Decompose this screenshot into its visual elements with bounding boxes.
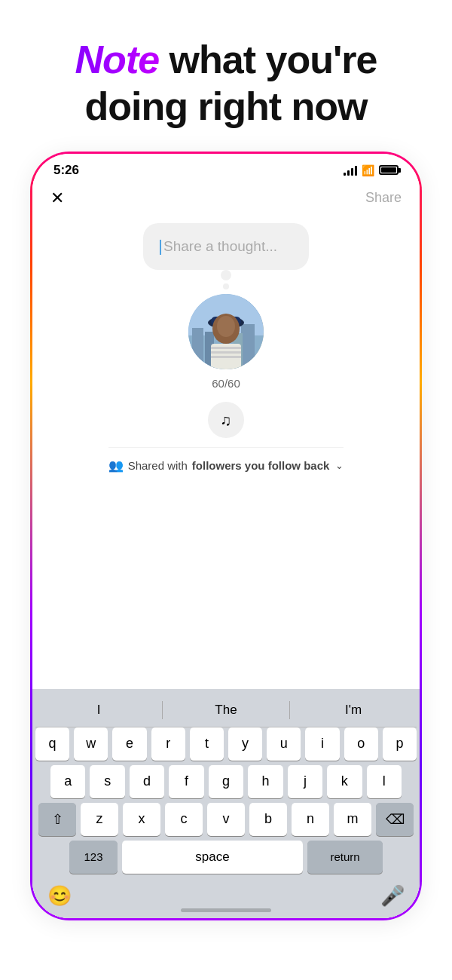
- status-bar: 5:26 📶: [32, 154, 420, 181]
- avatar-image: [188, 294, 264, 369]
- svg-rect-2: [192, 328, 203, 369]
- key-h[interactable]: h: [248, 765, 282, 798]
- keyboard-row-4: 123 space return: [35, 841, 417, 874]
- key-l[interactable]: l: [367, 765, 402, 798]
- header-note-word: Note: [75, 38, 160, 81]
- thought-placeholder: Share a thought...: [160, 237, 292, 257]
- followers-icon: 👥: [108, 458, 124, 473]
- key-p[interactable]: p: [383, 727, 417, 761]
- key-m[interactable]: m: [334, 803, 371, 836]
- shift-key[interactable]: ⇧: [38, 803, 76, 836]
- key-b[interactable]: b: [249, 803, 287, 836]
- space-key[interactable]: space: [122, 841, 303, 874]
- keyboard-row-3: ⇧ z x c v b n m ⌫: [35, 803, 417, 836]
- shared-with-section[interactable]: 👥 Shared with followers you follow back …: [108, 447, 344, 483]
- predictive-word-1[interactable]: I: [35, 700, 162, 721]
- phone-frame: 5:26 📶 ✕ Share Share a thought...: [30, 152, 422, 920]
- key-q[interactable]: q: [35, 727, 69, 761]
- key-n[interactable]: n: [292, 803, 329, 836]
- music-note-icon: ♫: [221, 412, 232, 429]
- key-d[interactable]: d: [130, 765, 164, 798]
- status-time: 5:26: [53, 163, 79, 178]
- wifi-icon: 📶: [362, 164, 374, 176]
- key-t[interactable]: t: [190, 727, 224, 761]
- svg-rect-11: [211, 347, 241, 349]
- key-a[interactable]: a: [50, 765, 85, 798]
- key-k[interactable]: k: [327, 765, 362, 798]
- share-button[interactable]: Share: [365, 190, 402, 206]
- shared-with-prefix: Shared with: [128, 459, 188, 472]
- char-count: 60/60: [212, 377, 240, 390]
- avatar-container: 60/60 ♫: [188, 294, 264, 438]
- key-y[interactable]: y: [228, 727, 262, 761]
- numbers-key[interactable]: 123: [69, 841, 118, 874]
- header-line2: doing right now: [75, 83, 377, 130]
- key-u[interactable]: u: [267, 727, 301, 761]
- emoji-button[interactable]: 😊: [47, 884, 72, 908]
- header-title: Note what you're: [75, 36, 377, 83]
- nav-bar: ✕ Share: [32, 181, 420, 216]
- key-f[interactable]: f: [169, 765, 203, 798]
- key-o[interactable]: o: [344, 727, 378, 761]
- home-indicator: [181, 908, 271, 912]
- key-e[interactable]: e: [112, 727, 146, 761]
- key-g[interactable]: g: [209, 765, 243, 798]
- key-c[interactable]: c: [165, 803, 203, 836]
- keyboard-row-2: a s d f g h j k l: [35, 765, 417, 798]
- predictive-word-3[interactable]: I'm: [290, 700, 417, 721]
- close-button[interactable]: ✕: [50, 188, 64, 208]
- text-cursor: [160, 240, 161, 255]
- header-section: Note what you're doing right now: [75, 36, 377, 130]
- music-button[interactable]: ♫: [208, 402, 244, 438]
- predictive-word-2[interactable]: The: [163, 700, 289, 721]
- bubble-area: Share a thought...: [32, 216, 420, 484]
- svg-point-9: [217, 316, 235, 337]
- mic-button[interactable]: 🎤: [380, 884, 405, 908]
- svg-rect-12: [211, 351, 241, 354]
- thought-bubble[interactable]: Share a thought...: [143, 223, 309, 271]
- chevron-down-icon: ⌄: [335, 460, 344, 471]
- svg-rect-13: [211, 356, 241, 358]
- svg-rect-4: [241, 324, 255, 369]
- key-j[interactable]: j: [288, 765, 322, 798]
- return-key[interactable]: return: [307, 841, 383, 874]
- avatar: [188, 294, 264, 369]
- key-x[interactable]: x: [123, 803, 160, 836]
- key-r[interactable]: r: [151, 727, 185, 761]
- backspace-key[interactable]: ⌫: [376, 803, 414, 836]
- key-v[interactable]: v: [207, 803, 245, 836]
- emoji-mic-bar: 😊 🎤: [35, 878, 417, 918]
- status-icons: 📶: [344, 164, 399, 176]
- key-w[interactable]: w: [74, 727, 108, 761]
- shared-with-audience: followers you follow back: [192, 459, 330, 472]
- keyboard-row-1: q w e r t y u i o p: [35, 727, 417, 761]
- signal-bars-icon: [344, 165, 357, 176]
- battery-icon: [379, 165, 399, 175]
- key-s[interactable]: s: [90, 765, 124, 798]
- app-content: ✕ Share Share a thought...: [32, 181, 420, 918]
- header-rest-line1: what you're: [159, 38, 377, 81]
- key-z[interactable]: z: [81, 803, 118, 836]
- key-i[interactable]: i: [305, 727, 339, 761]
- predictive-bar: I The I'm: [35, 695, 417, 727]
- keyboard: I The I'm q w e r t y u i o p a: [32, 689, 420, 918]
